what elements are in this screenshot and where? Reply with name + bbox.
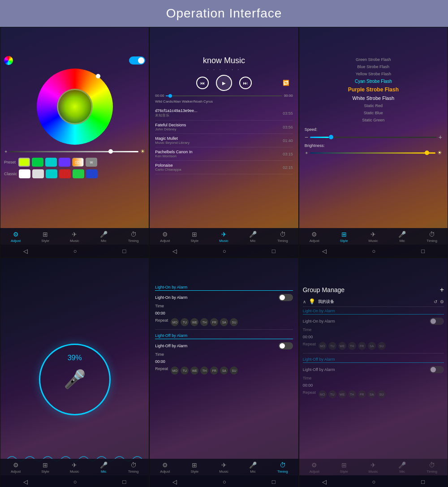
group-day-su[interactable]: SU (378, 342, 386, 350)
day-mo-off[interactable]: MO (171, 366, 179, 375)
time-value-off: 00:00 (155, 359, 165, 364)
group-day-fr[interactable]: FR (358, 342, 366, 350)
settings-device-icon[interactable]: ⚙ (440, 299, 444, 304)
day-we-off[interactable]: WE (190, 366, 198, 375)
day-sa-off[interactable]: SA (220, 366, 228, 375)
classic-swatch-4[interactable] (73, 169, 84, 178)
group-light-on-toggle[interactable] (430, 318, 444, 325)
back-btn-3[interactable]: ◁ (322, 248, 327, 254)
light-off-toggle[interactable] (279, 342, 293, 349)
home-btn-3[interactable]: ○ (372, 248, 375, 254)
back-btn-4[interactable]: ◁ (23, 478, 28, 485)
recent-btn-3[interactable]: □ (421, 248, 425, 254)
repeat-icon[interactable]: 🔁 (283, 80, 289, 86)
group-day-th2[interactable]: TH (348, 390, 356, 398)
group-day-we2[interactable]: WE (338, 390, 346, 398)
recent-btn-1[interactable]: □ (123, 248, 126, 254)
song-item-2[interactable]: Magic Mullet Music Beyond Library 01:40 (155, 134, 293, 147)
preset-swatch-3[interactable] (59, 158, 70, 167)
song-item-0[interactable]: d76cf1a1c49a13e9ee... 未知音乐 03:55 (155, 106, 293, 121)
home-btn-2[interactable]: ○ (223, 248, 226, 254)
day-we-on[interactable]: WE (190, 318, 198, 326)
day-su-off[interactable]: SU (230, 366, 238, 375)
current-artist: Wild Cards/Alan Walker/Noah Cyrus (155, 99, 293, 103)
home-btn-4[interactable]: ○ (73, 478, 77, 485)
day-su-on[interactable]: SU (230, 318, 238, 326)
preset-cct[interactable]: CCT (72, 158, 84, 167)
speed-minus[interactable]: − (305, 134, 308, 141)
preset-swatch-0[interactable] (18, 158, 30, 167)
power-toggle[interactable] (129, 56, 145, 65)
group-day-mo2[interactable]: MO (319, 390, 327, 398)
group-day-sa[interactable]: SA (368, 342, 376, 350)
bright-track[interactable] (310, 152, 435, 154)
effect-0[interactable]: Green Strobe Flash (305, 56, 442, 63)
song-item-4[interactable]: Polonaise Carlo Chiarappa 02:15 (155, 161, 293, 174)
song-item-3[interactable]: Pachelbels Canon In Ken Morrison 03:15 (155, 147, 293, 161)
group-day-tu2[interactable]: TU (328, 390, 336, 398)
prev-btn[interactable]: ⏮ (196, 77, 209, 89)
color-wheel-inner (57, 89, 93, 125)
home-btn-1[interactable]: ○ (73, 248, 77, 254)
mic-circle[interactable]: 39% 🎤 (39, 344, 111, 415)
brightness-row: ✦ ☀ (4, 148, 145, 155)
back-btn-2[interactable]: ◁ (172, 248, 177, 254)
day-th-on[interactable]: TH (200, 318, 208, 326)
effect-8[interactable]: Static Green (305, 116, 442, 124)
group-day-su2[interactable]: SU (378, 390, 386, 398)
preset-w[interactable]: W (86, 158, 97, 167)
day-tu-on[interactable]: TU (181, 318, 189, 326)
color-wheel[interactable] (37, 69, 113, 145)
preset-swatch-2[interactable] (45, 158, 57, 167)
group-add-btn[interactable]: + (440, 286, 444, 294)
group-day-th[interactable]: TH (348, 342, 356, 350)
classic-swatch-2[interactable] (46, 169, 57, 178)
effect-2[interactable]: Yellow Strobe Flash (305, 70, 442, 78)
play-btn[interactable]: ▶ (216, 75, 232, 91)
group-day-mo[interactable]: MO (319, 342, 327, 350)
day-fr-on[interactable]: FR (210, 318, 218, 326)
effect-6[interactable]: Static Red (305, 102, 442, 109)
day-fr-off[interactable]: FR (210, 366, 218, 375)
day-mo-on[interactable]: MO (171, 318, 179, 326)
page-title: Operation Interface (0, 0, 448, 27)
progress-bar[interactable] (166, 95, 282, 96)
next-btn[interactable]: ⏭ (239, 77, 252, 89)
recent-btn-2[interactable]: □ (272, 248, 276, 254)
repeat-row-on: Repeat MO TU WE TH FR SA SU (155, 317, 293, 328)
classic-swatch-0[interactable] (19, 169, 30, 178)
effect-3[interactable]: Cyan Strobe Flash (305, 78, 442, 85)
speed-plus[interactable]: + (439, 134, 442, 141)
song-item-1[interactable]: Fateful Decisions John Debney 03:56 (155, 121, 293, 134)
day-sa-on[interactable]: SA (220, 318, 228, 326)
group-day-sa2[interactable]: SA (368, 390, 376, 398)
speed-track[interactable] (310, 137, 437, 138)
effect-4[interactable]: Purple Strobe Flash (305, 85, 442, 94)
day-th-off[interactable]: TH (200, 366, 208, 375)
group-day-we[interactable]: WE (338, 342, 346, 350)
brightness-slider[interactable] (9, 151, 138, 152)
classic-swatch-5[interactable] (86, 169, 98, 178)
effect-5[interactable]: White Strobe Flash (305, 94, 442, 102)
refresh-icon[interactable]: ↺ (434, 299, 437, 304)
day-tu-off[interactable]: TU (181, 366, 189, 375)
light-on-toggle[interactable] (279, 294, 293, 301)
effect-1[interactable]: Blue Strobe Flash (305, 63, 442, 70)
effect-7[interactable]: Static Blue (305, 109, 442, 116)
expand-icon[interactable]: ∧ (303, 299, 306, 304)
home-btn-6[interactable]: ○ (372, 478, 375, 485)
preset-swatch-1[interactable] (32, 158, 43, 167)
group-day-tu[interactable]: TU (328, 342, 336, 350)
group-day-fr2[interactable]: FR (358, 390, 366, 398)
color-indicator[interactable] (4, 56, 13, 65)
classic-swatch-1[interactable] (32, 169, 44, 178)
recent-btn-5[interactable]: □ (272, 478, 276, 485)
back-btn-5[interactable]: ◁ (172, 478, 177, 485)
recent-btn-4[interactable]: □ (123, 478, 126, 485)
classic-swatch-3[interactable] (59, 169, 71, 178)
group-light-off-toggle[interactable] (430, 366, 444, 373)
back-btn-6[interactable]: ◁ (322, 478, 327, 485)
back-btn-1[interactable]: ◁ (23, 248, 28, 254)
home-btn-5[interactable]: ○ (223, 478, 226, 485)
recent-btn-6[interactable]: □ (421, 478, 425, 485)
